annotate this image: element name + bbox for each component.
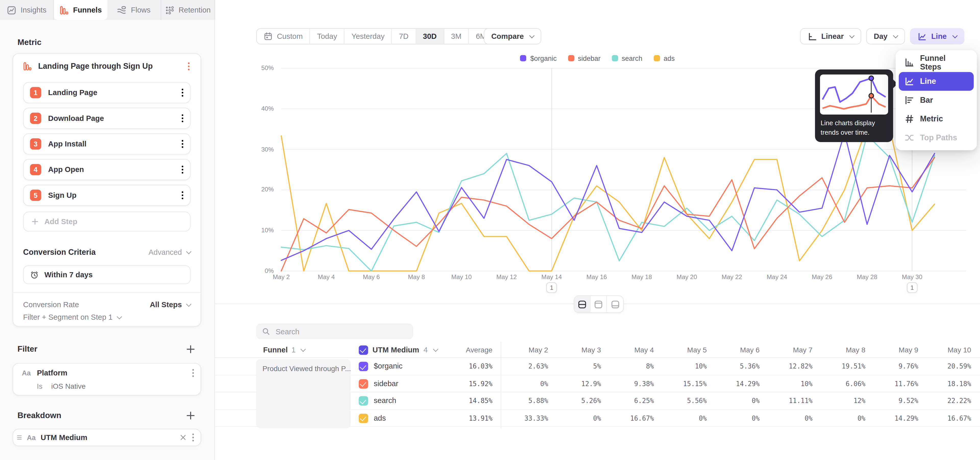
step-number-badge: 4: [30, 164, 41, 175]
filter-operator[interactable]: Is: [37, 382, 42, 390]
chevron-down-icon: [850, 33, 855, 38]
breakdown-checkbox[interactable]: [359, 345, 368, 355]
cell-value: 0%: [649, 410, 707, 426]
kebab-menu-icon[interactable]: [181, 139, 184, 148]
calendar-icon: [264, 32, 272, 41]
series-checkbox[interactable]: [359, 362, 368, 371]
search-box[interactable]: [256, 324, 413, 339]
table-view-toggle[interactable]: [607, 296, 623, 312]
menu-item-top-paths[interactable]: Top Paths: [899, 128, 974, 147]
clock-icon: [30, 270, 39, 279]
filter-property-name[interactable]: Platform: [37, 369, 186, 377]
annotation-badge[interactable]: 1: [546, 282, 557, 293]
add-filter-button[interactable]: [186, 344, 196, 354]
funnel-step-5[interactable]: 5Sign Up: [23, 185, 191, 206]
filter-heading: Filter: [18, 344, 38, 354]
cell-value: 15.15%: [649, 375, 707, 392]
chart-view-icon: [594, 300, 603, 309]
cell-value: 33.33%: [490, 410, 548, 426]
kebab-menu-icon[interactable]: [192, 369, 194, 377]
series-checkbox[interactable]: [359, 379, 368, 388]
range-30d[interactable]: 30D: [416, 29, 444, 44]
range-7d[interactable]: 7D: [392, 29, 416, 44]
table-body: $organic16.03%2.63%5%8%10%5.36%12.82%19.…: [215, 358, 980, 427]
legend-item[interactable]: search: [612, 54, 642, 62]
funnel-steps-icon: [904, 58, 915, 67]
legend-label: $organic: [530, 54, 557, 62]
tab-label: Funnels: [73, 6, 102, 14]
add-breakdown-button[interactable]: [186, 410, 196, 421]
scale-dropdown[interactable]: Linear: [800, 28, 861, 45]
step-label: App Open: [48, 165, 175, 174]
tab-funnels[interactable]: Funnels: [54, 0, 107, 20]
cell-value: 14.29%: [861, 410, 918, 426]
funnel-step-3[interactable]: 3App Install: [23, 133, 191, 155]
filter-segment-dropdown[interactable]: Filter + Segment on Step 1: [23, 312, 191, 323]
funnel-step-4[interactable]: 4App Open: [23, 159, 191, 180]
series-checkbox[interactable]: [359, 414, 368, 423]
kebab-menu-icon[interactable]: [184, 62, 193, 70]
funnel-metric-icon: [23, 62, 32, 70]
granularity-dropdown[interactable]: Day: [866, 28, 905, 45]
annotation-badge[interactable]: 1: [907, 282, 918, 293]
funnel-step-1[interactable]: 1Landing Page: [23, 82, 191, 103]
search-icon: [262, 327, 270, 335]
legend-item[interactable]: sidebar: [568, 54, 600, 62]
chart-view-toggle[interactable]: [590, 296, 607, 312]
compare-button[interactable]: Compare: [484, 28, 541, 45]
drag-handle-icon[interactable]: [17, 434, 22, 441]
advanced-dropdown[interactable]: Advanced: [148, 248, 191, 257]
x-axis-label: May 4: [307, 273, 345, 280]
table-row-organic: $organic16.03%2.63%5%8%10%5.36%12.82%19.…: [215, 358, 980, 375]
funnels-icon: [59, 5, 68, 15]
tab-retention[interactable]: Retention: [161, 0, 215, 20]
bar-chart-icon: [904, 95, 915, 105]
menu-item-funnel-steps[interactable]: Funnel Steps: [899, 53, 974, 72]
legend-label: search: [622, 54, 642, 62]
y-axis-label: 0%: [215, 267, 274, 274]
chart-type-dropdown[interactable]: Line: [910, 28, 964, 45]
x-axis-label: May 16: [578, 273, 616, 280]
menu-item-metric[interactable]: Metric: [899, 110, 974, 128]
funnel-title: Landing Page through Sign Up: [38, 62, 178, 70]
insights-icon: [7, 5, 16, 15]
range-custom[interactable]: Custom: [257, 29, 310, 44]
tab-flows[interactable]: Flows: [107, 0, 161, 20]
range-yesterday[interactable]: Yesterday: [345, 29, 392, 44]
column-header: Average: [435, 342, 492, 358]
legend-swatch: [568, 55, 574, 61]
series-name: search: [374, 393, 396, 409]
close-icon[interactable]: [180, 434, 187, 441]
split-view-toggle[interactable]: [574, 296, 591, 312]
funnel-step-2[interactable]: 2Download Page: [23, 108, 191, 129]
kebab-menu-icon[interactable]: [181, 114, 184, 123]
cell-value: 0%: [702, 410, 759, 426]
chevron-down-icon: [952, 33, 958, 38]
legend-item[interactable]: $organic: [520, 54, 557, 62]
breakdown-selector[interactable]: UTM Medium 4: [359, 342, 438, 358]
range-today[interactable]: Today: [310, 29, 345, 44]
kebab-menu-icon[interactable]: [192, 433, 194, 442]
date-range-control: CustomTodayYesterday7D30D3M6M12M: [256, 28, 523, 45]
filter-value[interactable]: iOS Native: [51, 382, 86, 390]
add-step-button[interactable]: Add Step: [23, 212, 191, 232]
menu-item-label: Bar: [920, 96, 933, 104]
cell-value: 6.06%: [808, 375, 865, 392]
funnel-selector[interactable]: Funnel 1: [263, 342, 305, 358]
kebab-menu-icon[interactable]: [181, 191, 184, 200]
tab-insights[interactable]: Insights: [0, 0, 54, 20]
kebab-menu-icon[interactable]: [181, 88, 184, 97]
search-input[interactable]: [274, 326, 407, 336]
tab-bar: InsightsFunnelsFlowsRetention: [0, 0, 215, 20]
cell-value: 9.52%: [861, 393, 918, 409]
conversion-window[interactable]: Within 7 days: [23, 265, 191, 284]
range-3m[interactable]: 3M: [444, 29, 469, 44]
series-checkbox[interactable]: [359, 396, 368, 406]
menu-item-bar[interactable]: Bar: [899, 91, 974, 109]
kebab-menu-icon[interactable]: [181, 165, 184, 174]
menu-item-line[interactable]: Line: [899, 72, 974, 91]
funnel-header[interactable]: Landing Page through Sign Up: [23, 59, 193, 74]
conversion-rate-dropdown[interactable]: All Steps: [150, 300, 191, 309]
breakdown-property-name[interactable]: UTM Medium: [41, 433, 174, 442]
legend-item[interactable]: ads: [654, 54, 675, 62]
